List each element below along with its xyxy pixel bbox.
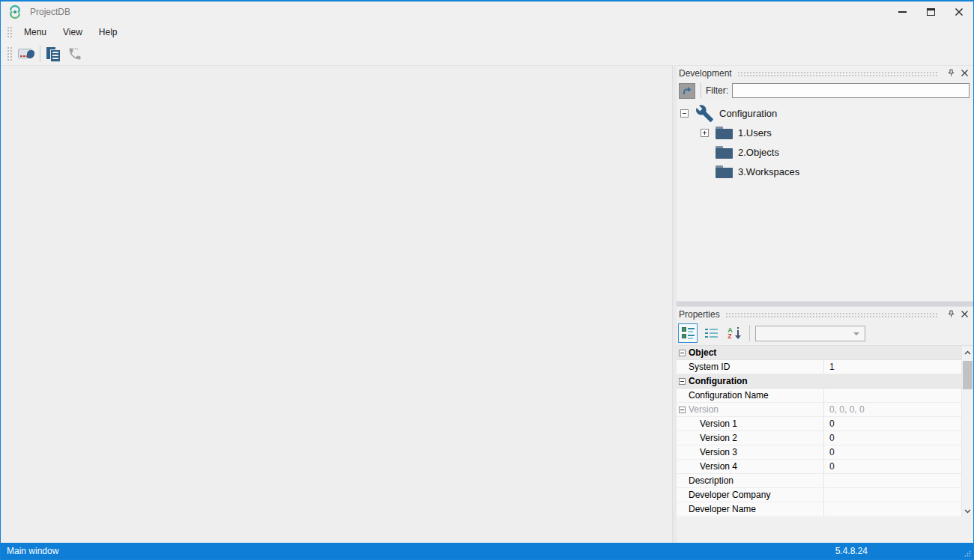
property-grid: Object System ID 1 Configuration [677,345,973,517]
pin-button[interactable] [945,308,957,320]
categorized-view-button[interactable] [678,323,698,343]
folder-icon [716,146,733,159]
property-value[interactable]: 0, 0, 0, 0 [824,403,961,416]
minimize-button[interactable] [888,1,916,22]
resize-grip-icon[interactable] [964,550,971,557]
property-value[interactable]: 0 [824,417,961,430]
pin-button[interactable] [945,67,957,79]
toolbar-grip[interactable] [7,46,13,61]
category-label: Object [687,347,716,358]
property-value[interactable] [824,488,961,502]
maximize-icon [927,8,935,16]
property-value[interactable]: 0 [824,460,961,473]
menu-item-menu[interactable]: Menu [16,22,55,43]
tree-item-label: 2.Objects [738,147,779,158]
scroll-down-button[interactable] [962,505,973,517]
property-row-version-2[interactable]: Version 2 0 [677,431,961,445]
tree-item-label: Configuration [719,108,777,119]
category-row-object[interactable]: Object [677,346,961,360]
tree-item-workspaces[interactable]: 3.Workspaces [677,162,973,181]
property-value[interactable]: 1 [824,360,961,374]
properties-close-button[interactable] [958,308,970,320]
property-label: Version 2 [687,433,737,443]
property-value[interactable]: 0 [824,445,961,459]
app-window: ProjectDB Menu View Help [0,0,974,560]
tree-item-users[interactable]: 1.Users [677,123,973,142]
property-value[interactable] [824,389,961,402]
development-panel-title: Development [679,68,732,79]
toolbar-separator [40,46,40,62]
main-area: Development [1,65,973,543]
sort-az-icon: AZ [728,327,741,339]
close-button[interactable] [945,1,973,22]
maximize-button[interactable] [916,1,945,22]
sort-az-button[interactable]: AZ [725,323,744,343]
collapse-expander[interactable] [679,378,686,385]
properties-toolbar-separator [749,325,750,341]
menu-item-view[interactable]: View [55,22,91,43]
property-row-description[interactable]: Description [677,474,961,488]
alphabetical-view-button[interactable] [701,323,721,343]
properties-panel: Properties [677,307,973,543]
property-label: System ID [687,362,730,372]
documents-tool-button[interactable] [44,44,64,64]
property-label: Version 1 [687,419,737,429]
status-bar: Main window 5.4.8.24 [1,543,973,559]
category-label: Configuration [687,376,748,386]
category-row-configuration[interactable]: Configuration [677,374,961,389]
property-value[interactable] [824,474,961,487]
tree-item-label: 3.Workspaces [738,166,799,177]
wrench-icon [695,104,714,123]
property-label: Description [687,475,733,486]
expand-expander[interactable] [701,129,709,137]
status-text: Main window [7,546,58,556]
filter-input[interactable] [732,83,970,98]
collapse-expander[interactable] [680,109,689,118]
menu-item-help[interactable]: Help [91,22,126,43]
property-value[interactable]: 0 [824,431,961,445]
titlebar: ProjectDB [1,1,973,22]
chevron-down-icon [964,509,971,514]
phone-tool-button[interactable] [65,44,85,64]
development-close-button[interactable] [958,67,970,79]
property-selector-combobox[interactable] [755,326,865,341]
property-row-version-3[interactable]: Version 3 0 [677,445,961,460]
property-label: Version 3 [687,447,737,457]
property-row-version-4[interactable]: Version 4 0 [677,460,961,474]
apply-filter-button[interactable] [679,83,695,99]
tree-item-objects[interactable]: 2.Objects [677,142,973,162]
app-logo-icon [7,4,22,19]
card-tool-button[interactable] [16,44,36,64]
toolbar [1,43,973,65]
property-row-version[interactable]: Version 0, 0, 0, 0 [677,403,961,417]
properties-panel-filler [677,517,973,543]
property-row-configuration-name[interactable]: Configuration Name [677,389,961,403]
property-row-version-1[interactable]: Version 1 0 [677,417,961,431]
folder-icon [716,165,733,178]
tree-item-label: 1.Users [738,127,772,139]
horizontal-splitter[interactable] [677,301,973,307]
development-panel: Development [677,66,973,301]
tree-item-configuration[interactable]: Configuration [677,103,973,123]
property-row-developer-name[interactable]: Developer Name [677,502,961,517]
collapse-expander[interactable] [679,350,686,356]
property-grid-scrollbar[interactable] [961,346,973,517]
filter-label: Filter: [706,85,728,96]
panel-header-texture [737,71,938,77]
configuration-tree: Configuration 1.Users 2. [677,101,973,301]
pin-icon [946,68,956,78]
property-label: Version [687,404,719,415]
property-row-system-id[interactable]: System ID 1 [677,360,961,374]
categorized-icon [682,327,695,339]
menubar-grip[interactable] [7,26,13,39]
property-value[interactable] [824,502,961,516]
scroll-up-button[interactable] [962,346,973,359]
property-label: Configuration Name [687,390,769,401]
close-icon [961,69,969,77]
property-label: Version 4 [687,461,737,472]
folder-icon [716,127,733,139]
category-value [824,374,961,388]
property-row-developer-company[interactable]: Developer Company [677,488,961,502]
collapse-expander[interactable] [679,407,686,413]
scrollbar-thumb[interactable] [963,361,973,389]
